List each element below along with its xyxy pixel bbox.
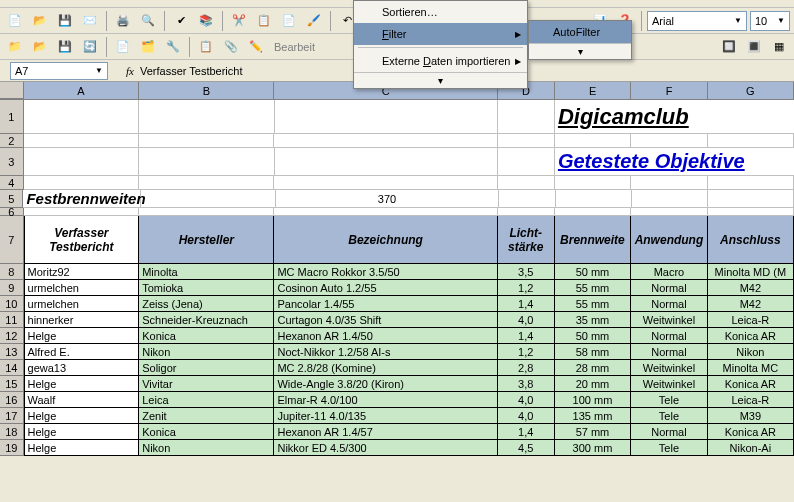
cell[interactable] <box>275 148 498 176</box>
cell-anschluss[interactable]: Leica-R <box>708 392 794 408</box>
cell-hersteller[interactable]: Nikon <box>139 440 274 456</box>
cell-anwendung[interactable]: Normal <box>631 328 708 344</box>
cell-anwendung[interactable]: Weitwinkel <box>631 360 708 376</box>
cell[interactable] <box>139 134 274 148</box>
row-header[interactable]: 17 <box>0 408 24 424</box>
cell[interactable] <box>24 176 140 190</box>
cell-count[interactable]: 370 <box>276 190 499 208</box>
cell-lichtstaerke[interactable]: 4,0 <box>498 392 555 408</box>
cell-verfasser[interactable]: gewa13 <box>24 360 140 376</box>
cell-anwendung[interactable]: Tele <box>631 392 708 408</box>
row-header[interactable]: 14 <box>0 360 24 376</box>
cell-anschluss[interactable]: Nikon <box>708 344 794 360</box>
cell-bezeichnung[interactable]: Jupiter-11 4.0/135 <box>274 408 497 424</box>
row-header[interactable]: 18 <box>0 424 24 440</box>
cell[interactable] <box>708 190 794 208</box>
cell-lichtstaerke[interactable]: 1,4 <box>498 424 555 440</box>
table-header-bezeichnung[interactable]: Bezeichnung <box>274 216 497 264</box>
table-header-lichtstaerke[interactable]: Licht-stärke <box>498 216 555 264</box>
cell-anwendung[interactable]: Normal <box>631 280 708 296</box>
cell-hersteller[interactable]: Tomioka <box>139 280 274 296</box>
cell-verfasser[interactable]: Helge <box>24 376 140 392</box>
cell-anschluss[interactable]: Minolta MD (M <box>708 264 794 280</box>
cell[interactable] <box>555 134 632 148</box>
cell-hersteller[interactable]: Schneider-Kreuznach <box>139 312 274 328</box>
cell-brennweite[interactable]: 50 mm <box>555 328 632 344</box>
cell-hersteller[interactable]: Zeiss (Jena) <box>139 296 274 312</box>
cell-title2[interactable]: Getestete Objektive <box>555 148 794 176</box>
cell-verfasser[interactable]: Helge <box>24 440 140 456</box>
menu-item-import[interactable]: Externe Daten importieren <box>354 50 527 72</box>
cell-bezeichnung[interactable]: Elmar-R 4.0/100 <box>274 392 497 408</box>
cell-hersteller[interactable]: Nikon <box>139 344 274 360</box>
cut-icon[interactable]: ✂️ <box>228 10 250 32</box>
cell-lichtstaerke[interactable]: 2,8 <box>498 360 555 376</box>
row-header[interactable]: 4 <box>0 176 24 190</box>
cell-lichtstaerke[interactable]: 3,8 <box>498 376 555 392</box>
cell-hersteller[interactable]: Leica <box>139 392 274 408</box>
cell-brennweite[interactable]: 58 mm <box>555 344 632 360</box>
col-header-B[interactable]: B <box>139 82 274 99</box>
cell-hersteller[interactable]: Soligor <box>139 360 274 376</box>
cell[interactable] <box>274 134 497 148</box>
icon[interactable]: 🔄 <box>79 36 101 58</box>
cell-lichtstaerke[interactable]: 3,5 <box>498 264 555 280</box>
icon[interactable]: 📎 <box>220 36 242 58</box>
cell[interactable] <box>274 176 497 190</box>
row-header[interactable]: 8 <box>0 264 24 280</box>
icon[interactable]: 🗂️ <box>137 36 159 58</box>
menu-item-sort[interactable]: Sortieren… <box>354 1 527 23</box>
cell-bezeichnung[interactable]: Curtagon 4.0/35 Shift <box>274 312 497 328</box>
cell[interactable] <box>708 208 794 216</box>
cell[interactable] <box>498 148 555 176</box>
cell-anwendung[interactable]: Normal <box>631 424 708 440</box>
icon[interactable]: 📂 <box>29 36 51 58</box>
fx-label[interactable]: fx <box>126 65 134 77</box>
cell-subtitle[interactable]: Festbrennweiten <box>23 190 141 208</box>
cell[interactable] <box>498 176 555 190</box>
cell-brennweite[interactable]: 55 mm <box>555 280 632 296</box>
cell[interactable] <box>631 208 708 216</box>
cell[interactable] <box>24 100 140 134</box>
cell-anschluss[interactable]: Nikon-Ai <box>708 440 794 456</box>
cell[interactable] <box>631 134 708 148</box>
cell-anwendung[interactable]: Macro <box>631 264 708 280</box>
col-header-G[interactable]: G <box>708 82 794 99</box>
row-header[interactable]: 15 <box>0 376 24 392</box>
name-box[interactable]: A7 ▼ <box>10 62 108 80</box>
cell-bezeichnung[interactable]: Pancolar 1.4/55 <box>274 296 497 312</box>
cell[interactable] <box>555 208 632 216</box>
cell-hersteller[interactable]: Konica <box>139 328 274 344</box>
menu-item-autofilter[interactable]: AutoFilter <box>529 21 631 43</box>
cell-anschluss[interactable]: M39 <box>708 408 794 424</box>
cell-anschluss[interactable]: Minolta MC <box>708 360 794 376</box>
cell-anschluss[interactable]: M42 <box>708 280 794 296</box>
cell-bezeichnung[interactable]: Nikkor ED 4.5/300 <box>274 440 497 456</box>
icon[interactable]: 🔧 <box>162 36 184 58</box>
cell-anschluss[interactable]: Konica AR <box>708 376 794 392</box>
table-header-brennweite[interactable]: Brennweite <box>555 216 632 264</box>
cell[interactable] <box>139 148 274 176</box>
cell-verfasser[interactable]: Moritz92 <box>24 264 140 280</box>
spellcheck-icon[interactable]: ✔ <box>170 10 192 32</box>
cell[interactable] <box>498 100 555 134</box>
cell-brennweite[interactable]: 300 mm <box>555 440 632 456</box>
cell-verfasser[interactable]: urmelchen <box>24 280 140 296</box>
row-header[interactable]: 7 <box>0 216 24 264</box>
cell-bezeichnung[interactable]: MC Macro Rokkor 3.5/50 <box>274 264 497 280</box>
cell-verfasser[interactable]: Waalf <box>24 392 140 408</box>
cell-title1[interactable]: Digicamclub <box>555 100 794 134</box>
cell-verfasser[interactable]: urmelchen <box>24 296 140 312</box>
col-header-A[interactable]: A <box>24 82 140 99</box>
row-header[interactable]: 19 <box>0 440 24 456</box>
cell-brennweite[interactable]: 135 mm <box>555 408 632 424</box>
cell[interactable] <box>24 148 140 176</box>
table-header-hersteller[interactable]: Hersteller <box>139 216 274 264</box>
cell-anwendung[interactable]: Weitwinkel <box>631 312 708 328</box>
cell[interactable] <box>555 176 632 190</box>
cell-bezeichnung[interactable]: Wide-Angle 3.8/20 (Kiron) <box>274 376 497 392</box>
cell[interactable] <box>499 190 556 208</box>
cell[interactable] <box>141 190 276 208</box>
cell-anwendung[interactable]: Normal <box>631 344 708 360</box>
col-header-E[interactable]: E <box>555 82 631 99</box>
